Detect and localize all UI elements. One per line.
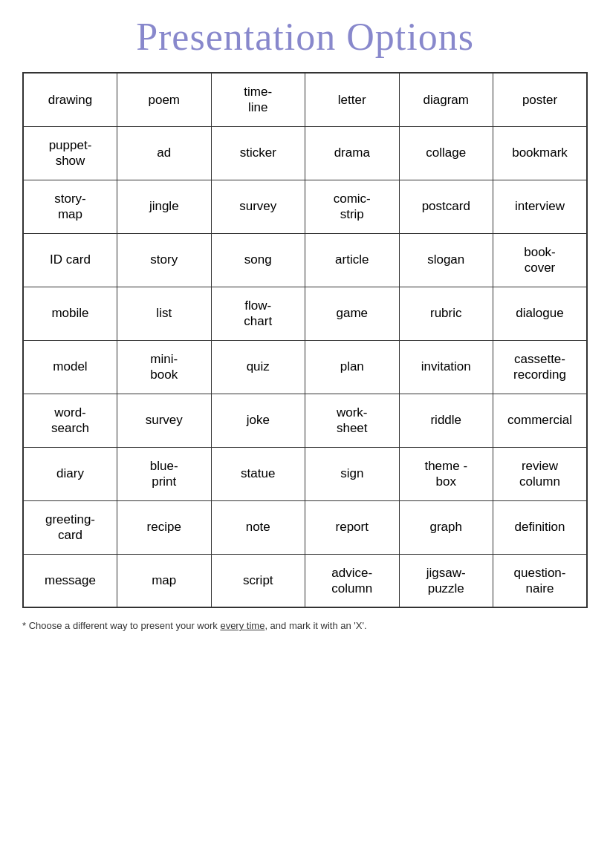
table-cell: plan (305, 340, 400, 394)
table-cell: message (23, 554, 117, 607)
table-cell: work-sheet (305, 394, 400, 447)
footer-note: * Choose a different way to present your… (22, 620, 588, 631)
table-row: messagemapscriptadvice-columnjigsaw-puzz… (23, 554, 587, 607)
table-cell: model (23, 340, 117, 394)
table-cell: map (117, 554, 212, 607)
table-cell: ID card (23, 233, 117, 287)
table-cell: quiz (211, 340, 305, 394)
table-row: puppet-showadstickerdramacollagebookmark (23, 126, 587, 180)
table-cell: comic-strip (305, 180, 400, 233)
table-cell: riddle (399, 394, 493, 447)
table-cell: greeting-card (23, 500, 117, 554)
table-cell: recipe (117, 500, 212, 554)
table-row: modelmini-bookquizplaninvitationcassette… (23, 340, 587, 394)
table-cell: dialogue (493, 287, 588, 340)
table-cell: list (117, 287, 212, 340)
table-cell: blue-print (117, 447, 212, 500)
table-cell: definition (493, 500, 588, 554)
table-row: ID cardstorysongarticlesloganbook-cover (23, 233, 587, 287)
table-row: word-searchsurveyjokework-sheetriddlecom… (23, 394, 587, 447)
table-row: story-mapjinglesurveycomic-strippostcard… (23, 180, 587, 233)
table-cell: survey (117, 394, 212, 447)
table-cell: survey (211, 180, 305, 233)
table-cell: story-map (23, 180, 117, 233)
table-cell: sign (305, 447, 400, 500)
table-row: mobilelistflow-chartgamerubricdialogue (23, 287, 587, 340)
table-cell: question-naire (493, 554, 588, 607)
table-cell: diary (23, 447, 117, 500)
table-row: drawingpoemtime-lineletterdiagramposter (23, 73, 587, 126)
table-cell: graph (399, 500, 493, 554)
table-cell: sticker (211, 126, 305, 180)
table-cell: statue (211, 447, 305, 500)
table-cell: interview (493, 180, 588, 233)
table-cell: mobile (23, 287, 117, 340)
table-cell: postcard (399, 180, 493, 233)
table-cell: theme -box (399, 447, 493, 500)
table-cell: flow-chart (211, 287, 305, 340)
table-row: diaryblue-printstatuesigntheme -boxrevie… (23, 447, 587, 500)
table-cell: drawing (23, 73, 117, 126)
table-cell: joke (211, 394, 305, 447)
table-row: greeting-cardrecipenotereportgraphdefini… (23, 500, 587, 554)
table-cell: rubric (399, 287, 493, 340)
table-cell: slogan (399, 233, 493, 287)
table-cell: commercial (493, 394, 588, 447)
table-cell: reviewcolumn (493, 447, 588, 500)
table-cell: report (305, 500, 400, 554)
page-title: Presentation Options (22, 15, 588, 59)
table-cell: letter (305, 73, 400, 126)
table-cell: collage (399, 126, 493, 180)
table-cell: time-line (211, 73, 305, 126)
table-cell: drama (305, 126, 400, 180)
table-cell: jigsaw-puzzle (399, 554, 493, 607)
table-cell: diagram (399, 73, 493, 126)
table-cell: poem (117, 73, 212, 126)
table-cell: poster (493, 73, 588, 126)
table-cell: invitation (399, 340, 493, 394)
table-cell: game (305, 287, 400, 340)
table-cell: advice-column (305, 554, 400, 607)
table-cell: cassette-recording (493, 340, 588, 394)
table-cell: song (211, 233, 305, 287)
table-cell: puppet-show (23, 126, 117, 180)
table-cell: word-search (23, 394, 117, 447)
table-cell: jingle (117, 180, 212, 233)
presentation-options-table: drawingpoemtime-lineletterdiagramposterp… (22, 72, 588, 608)
table-cell: note (211, 500, 305, 554)
table-cell: story (117, 233, 212, 287)
table-cell: book-cover (493, 233, 588, 287)
table-cell: ad (117, 126, 212, 180)
table-cell: mini-book (117, 340, 212, 394)
table-cell: article (305, 233, 400, 287)
table-cell: script (211, 554, 305, 607)
table-cell: bookmark (493, 126, 588, 180)
